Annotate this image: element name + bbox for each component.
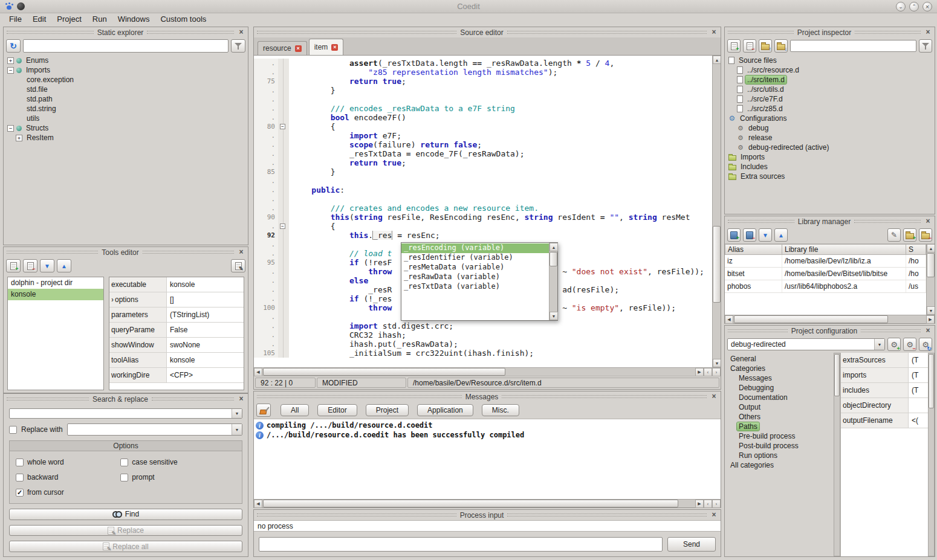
add-folder-button[interactable]: ↑ [759,39,772,53]
inspector-search-input[interactable] [790,40,916,52]
tree-item[interactable]: std.string [4,104,248,114]
tree-item[interactable]: Output [725,402,834,412]
replace-term-combo[interactable] [67,423,242,436]
scroll-up-icon[interactable]: ▲ [713,56,721,64]
remove-library-button[interactable]: − [743,228,756,242]
scroll-down-icon[interactable]: ▼ [713,359,721,367]
menu-item-file[interactable]: File [4,13,27,25]
tree-item[interactable]: std.file [4,85,248,94]
grid-value[interactable]: False [167,323,244,337]
message-row[interactable]: i/.../build/resource.d.coedit has been s… [256,430,719,440]
collapse-icon[interactable]: − [7,125,14,132]
grid-row[interactable]: imports(T [841,368,928,383]
checkbox-box[interactable] [120,459,128,466]
maximize-button[interactable] [909,2,919,11]
split-left-icon[interactable]: ‹ [704,368,712,376]
filter-button[interactable] [231,39,245,53]
remove-configuration-button[interactable]: − [903,338,916,351]
completion-item[interactable]: _resMetaData (variable) [401,263,549,272]
grid-row[interactable]: toolAliaskonsole [109,353,244,368]
scroll-thumb[interactable] [550,252,557,266]
panel-close-icon[interactable] [710,29,718,36]
grid-value[interactable]: <( [909,413,928,428]
scroll-up-icon[interactable]: ▲ [927,244,935,253]
chevron-down-icon[interactable] [874,339,884,350]
sync-folder-button[interactable]: ↓ [774,39,788,53]
inspector-filter-button[interactable] [919,39,932,53]
tree-item[interactable]: core.exception [4,75,248,85]
edit-tool-button[interactable]: ✎ [231,259,245,272]
shade-button[interactable] [896,2,906,11]
tree-item[interactable]: Others [725,412,834,422]
grid-row[interactable]: parameters(TStringList) [109,307,244,323]
completion-item[interactable]: _resEncoding (variable) [401,243,549,253]
code-area[interactable]: . assert(_resTxtData.length == _resRawDa… [254,56,712,367]
checkbox-backward[interactable]: backward [16,471,120,483]
editor-tab-resource[interactable]: resource× [258,41,307,55]
tree-item[interactable]: Includes [725,162,935,172]
editor-tab-item[interactable]: item× [309,39,344,55]
panel-close-icon[interactable] [710,393,718,401]
move-library-down-button[interactable] [759,228,772,242]
table-row[interactable]: phobos/usr/lib64/libphobos2.a/us [725,280,926,293]
grid-value[interactable]: (T [909,383,928,397]
library-vertical-scrollbar[interactable]: ▲ ▼ [926,244,935,315]
grid-value[interactable]: (T [909,368,928,382]
tree-item[interactable]: ⚙debug [725,123,935,133]
split-right-icon[interactable]: › [712,500,721,508]
grid-value[interactable]: <CFP> [167,368,244,382]
config-tree-scrollbar[interactable] [834,353,840,556]
edit-library-button[interactable] [887,228,901,242]
checkbox-case-sensitive[interactable]: case sensitive [120,456,236,468]
tree-item[interactable]: Imports [725,152,935,162]
chevron-down-icon[interactable] [232,424,242,435]
fold-icon[interactable]: − [280,224,285,229]
config-grid-scrollbar[interactable] [928,353,935,556]
scroll-left-icon[interactable]: ◀ [254,368,262,376]
completion-item[interactable]: _resTxtData (variable) [401,282,549,292]
replace-button[interactable]: ✎Replace [9,525,242,536]
autocomplete-scrollbar[interactable]: ▲ ▼ [549,243,557,320]
tree-item[interactable]: Paths [725,422,834,431]
scroll-thumb[interactable] [929,354,934,408]
panel-close-icon[interactable] [924,29,932,36]
grid-value[interactable]: [] [167,292,244,307]
add-library-button[interactable]: + [727,228,741,242]
expand-icon[interactable]: + [7,57,14,64]
tree-item[interactable]: +ResItem [4,133,248,143]
move-tool-up-button[interactable] [57,259,71,272]
checkbox-from-cursor[interactable]: from cursor [16,486,120,498]
library-folder-add-button[interactable]: + [903,228,916,242]
panel-close-icon[interactable] [710,512,718,519]
scroll-thumb[interactable] [263,368,505,376]
tree-item[interactable]: −Structs [4,123,248,133]
tree-item[interactable]: utils [4,114,248,123]
tree-item[interactable]: General [725,354,834,364]
tree-item[interactable]: ⚙Configurations [725,114,935,123]
collapse-icon[interactable]: − [7,67,14,74]
menu-item-custom-tools[interactable]: Custom tools [155,13,212,25]
grid-row[interactable]: extraSources(T [841,353,928,368]
table-row[interactable]: iz/home/basile/Dev/Iz/lib/iz.a/ho [725,255,926,268]
expand-icon[interactable]: + [16,135,22,141]
scroll-right-icon[interactable]: ▶ [695,368,704,376]
scroll-up-icon[interactable]: ▲ [550,243,558,251]
grid-row[interactable]: objectDirectory [841,398,928,413]
find-button[interactable]: Find [9,509,242,520]
grid-row[interactable]: showWindowswoNone [109,338,244,353]
list-item[interactable]: konsole [8,289,103,300]
grid-value[interactable]: konsole [167,353,244,367]
grid-value[interactable]: (TStringList) [167,307,244,322]
tree-item[interactable]: Pre-build process [725,431,834,441]
scroll-thumb[interactable] [834,354,840,396]
filter-editor[interactable]: Editor [317,404,357,416]
scroll-down-icon[interactable]: ▼ [927,306,935,315]
checkbox-box[interactable] [16,489,24,497]
window-close-button[interactable] [922,2,932,11]
add-source-button[interactable]: + [727,39,741,53]
add-tool-button[interactable]: + [6,259,21,272]
menu-item-edit[interactable]: Edit [27,13,51,25]
tree-item[interactable]: Run options [725,451,834,460]
clear-messages-button[interactable] [256,404,271,417]
menu-item-run[interactable]: Run [87,13,112,25]
